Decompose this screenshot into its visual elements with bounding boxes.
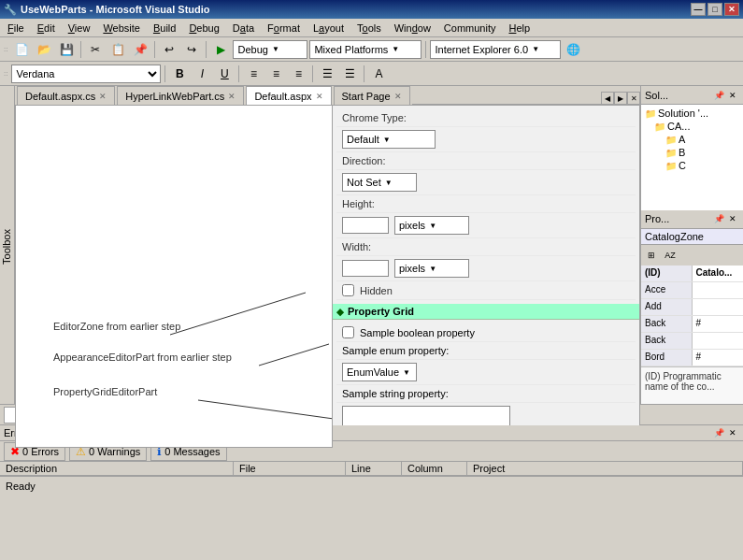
- browser-dropdown[interactable]: Internet Explorer 6.0 ▼: [430, 40, 561, 59]
- tab-start-page[interactable]: Start Page ✕: [334, 86, 410, 105]
- pin-button[interactable]: 📌: [712, 89, 725, 102]
- prop-sort-alpha[interactable]: AZ: [662, 247, 679, 264]
- title-bar-controls: — □ ✕: [691, 3, 739, 16]
- app-icon: 🔧: [4, 4, 17, 16]
- enum-select[interactable]: EnumValue ▼: [342, 363, 417, 381]
- tree-a[interactable]: 📁 A: [643, 133, 741, 146]
- redo-button[interactable]: ↪: [181, 40, 202, 59]
- close-panel-button[interactable]: ✕: [726, 89, 739, 102]
- col-line[interactable]: Line: [346, 462, 402, 475]
- tree-ca[interactable]: 📁 CA...: [643, 120, 741, 133]
- tab-close-0[interactable]: ✕: [99, 92, 107, 101]
- prop-pin-button[interactable]: 📌: [712, 212, 725, 225]
- error-list-close[interactable]: ✕: [726, 426, 739, 439]
- tab-close-1[interactable]: ✕: [228, 92, 236, 101]
- run-button[interactable]: ▶: [210, 40, 231, 59]
- tab-close-2[interactable]: ✕: [316, 92, 323, 101]
- height-unit-arrow: ▼: [429, 222, 436, 230]
- menu-file[interactable]: File: [2, 21, 30, 36]
- status-bar: Ready: [0, 476, 743, 495]
- col-description[interactable]: Description: [0, 462, 234, 475]
- props-row-4[interactable]: Bord #: [641, 350, 743, 366]
- align-center-button[interactable]: ≡: [265, 65, 286, 83]
- menu-website[interactable]: Website: [97, 21, 146, 36]
- menu-view[interactable]: View: [63, 21, 96, 36]
- width-unit-select[interactable]: pixels ▼: [394, 259, 469, 278]
- font-color-button[interactable]: A: [368, 65, 389, 83]
- arrow-label-propertygrid: PropertyGridEditorPart: [53, 386, 157, 397]
- align-right-button[interactable]: ≡: [288, 65, 308, 83]
- chrome-type-select[interactable]: Default ▼: [342, 130, 436, 149]
- direction-label: Direction:: [342, 155, 398, 166]
- underline-button[interactable]: U: [214, 65, 235, 83]
- height-unit: pixels: [399, 220, 425, 231]
- menu-data[interactable]: Data: [227, 21, 260, 36]
- col-project[interactable]: Project: [467, 462, 743, 475]
- menu-community[interactable]: Community: [438, 21, 502, 36]
- tab-default-aspx-cs[interactable]: Default.aspx.cs ✕: [17, 86, 115, 105]
- prop-toolbar: ⊞ AZ: [641, 245, 743, 266]
- platform-dropdown[interactable]: Mixed Platforms ▼: [309, 40, 422, 59]
- props-name-2: Back: [641, 316, 693, 332]
- new-button[interactable]: 📄: [11, 40, 32, 59]
- minimize-button[interactable]: —: [691, 3, 706, 16]
- menu-debug[interactable]: Debug: [183, 21, 224, 36]
- menu-format[interactable]: Format: [262, 21, 306, 36]
- toolbox-label[interactable]: Toolbox: [0, 225, 14, 268]
- browser-label: Internet Explorer 6.0: [435, 44, 528, 55]
- prop-close-button[interactable]: ✕: [726, 212, 739, 225]
- prop-sort-cat[interactable]: ⊞: [643, 247, 660, 264]
- tab-close-all[interactable]: ✕: [627, 92, 640, 105]
- props-row-1[interactable]: Add: [641, 299, 743, 316]
- error-list-pin[interactable]: 📌: [712, 426, 725, 439]
- tab-scroll-right[interactable]: ▶: [614, 92, 627, 105]
- hidden-checkbox[interactable]: [342, 284, 354, 296]
- paste-button[interactable]: 📌: [130, 40, 150, 59]
- menu-build[interactable]: Build: [148, 21, 181, 36]
- menu-layout[interactable]: Layout: [307, 21, 350, 36]
- italic-button[interactable]: I: [192, 65, 212, 83]
- direction-select[interactable]: Not Set ▼: [342, 173, 417, 192]
- undo-button[interactable]: ↩: [159, 40, 179, 59]
- tab-default-aspx[interactable]: Default.aspx ✕: [246, 86, 331, 105]
- props-row-3[interactable]: Back: [641, 333, 743, 350]
- num-list-button[interactable]: ☰: [339, 65, 360, 83]
- bool-prop-checkbox[interactable]: [342, 326, 354, 338]
- width-input[interactable]: [342, 260, 389, 277]
- browser-go-button[interactable]: 🌐: [563, 40, 583, 59]
- debug-dropdown[interactable]: Debug ▼: [233, 40, 307, 59]
- height-unit-select[interactable]: pixels ▼: [394, 216, 469, 235]
- section-icon: ◆: [336, 307, 344, 317]
- copy-button[interactable]: 📋: [107, 40, 128, 59]
- tab-hyperlinkwebpart-cs[interactable]: HyperLinkWebPart.cs ✕: [117, 86, 244, 105]
- prop-row-direction-value: Not Set ▼: [336, 170, 636, 195]
- tree-c[interactable]: 📁 C: [643, 159, 741, 172]
- cut-button[interactable]: ✂: [85, 40, 106, 59]
- browser-dropdown-arrow: ▼: [532, 45, 539, 53]
- props-row-2[interactable]: Back #: [641, 316, 743, 333]
- col-column[interactable]: Column: [402, 462, 467, 475]
- props-val-2: #: [693, 316, 744, 332]
- height-input[interactable]: [342, 217, 389, 234]
- tab-scroll-left[interactable]: ◀: [601, 92, 614, 105]
- solution-explorer-header: Sol... 📌 ✕: [641, 86, 743, 105]
- open-button[interactable]: 📂: [34, 40, 54, 59]
- menu-help[interactable]: Help: [503, 21, 536, 36]
- bold-button[interactable]: B: [169, 65, 190, 83]
- save-button[interactable]: 💾: [56, 40, 77, 59]
- tree-solution[interactable]: 📁 Solution '...: [643, 107, 741, 120]
- font-name-select[interactable]: Verdana: [11, 65, 161, 83]
- tab-close-3[interactable]: ✕: [394, 92, 402, 101]
- tree-b[interactable]: 📁 B: [643, 146, 741, 159]
- maximize-button[interactable]: □: [707, 3, 722, 16]
- toolbar-grip-1: ::: [4, 45, 7, 53]
- prop-row-hidden: Hidden: [336, 281, 636, 300]
- menu-tools[interactable]: Tools: [351, 21, 387, 36]
- align-left-button[interactable]: ≡: [243, 65, 264, 83]
- menu-window[interactable]: Window: [389, 21, 436, 36]
- col-file[interactable]: File: [234, 462, 346, 475]
- bullet-list-button[interactable]: ☰: [317, 65, 337, 83]
- props-row-0[interactable]: Acce: [641, 282, 743, 299]
- close-button[interactable]: ✕: [724, 3, 739, 16]
- menu-edit[interactable]: Edit: [32, 21, 61, 36]
